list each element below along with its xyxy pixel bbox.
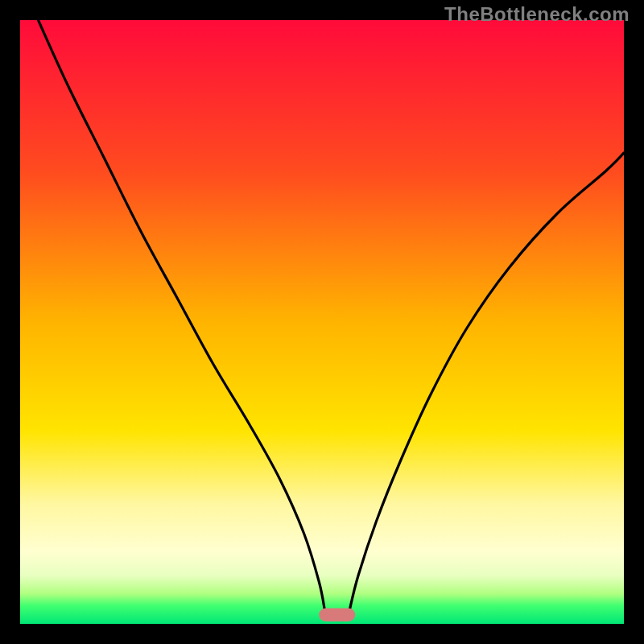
watermark-text: TheBottleneck.com xyxy=(444,3,630,26)
marker-layer xyxy=(319,609,355,622)
chart-frame: TheBottleneck.com xyxy=(0,0,644,644)
chart-svg xyxy=(20,20,624,624)
plot-area xyxy=(20,20,624,624)
gradient-background xyxy=(20,20,624,624)
bottleneck-marker xyxy=(319,609,355,622)
